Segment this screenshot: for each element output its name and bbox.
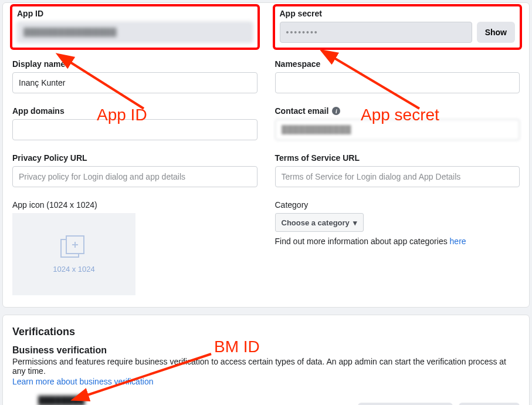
app-icon-uploader[interactable]: 1024 x 1024 — [12, 213, 135, 295]
category-dropdown[interactable]: Choose a category ▾ — [275, 213, 364, 232]
remove-button[interactable]: Remove — [459, 403, 520, 406]
business-name: ████████ — [38, 396, 149, 405]
basic-settings-card: App ID App secret Show Display name Name… — [2, 2, 530, 308]
business-verification-heading: Business verification — [12, 345, 520, 356]
namespace-field[interactable] — [275, 72, 520, 93]
info-icon: i — [332, 107, 340, 115]
app-secret-highlight: App secret Show — [273, 4, 523, 50]
privacy-policy-field[interactable] — [12, 166, 257, 187]
app-secret-label: App secret — [280, 9, 516, 18]
namespace-label: Namespace — [275, 59, 520, 69]
privacy-policy-label: Privacy Policy URL — [12, 153, 257, 163]
verifications-card: Verifications Business verification Perm… — [2, 315, 530, 405]
app-icon-placeholder-text: 1024 x 1024 — [53, 265, 95, 274]
display-name-field[interactable] — [12, 72, 257, 93]
display-name-label: Display name — [12, 59, 257, 69]
app-domains-field[interactable] — [12, 119, 257, 140]
contact-email-label: Contact email i — [275, 106, 520, 116]
category-helper-link[interactable]: here — [450, 237, 466, 246]
image-placeholder-icon — [60, 235, 87, 259]
category-helper-text: Find out more information about app cate… — [275, 237, 450, 246]
start-verification-button[interactable]: Start Verification — [358, 403, 452, 406]
app-id-label: App ID — [17, 9, 253, 18]
app-id-highlight: App ID — [10, 4, 260, 50]
verifications-heading: Verifications — [12, 326, 520, 338]
contact-email-field[interactable] — [275, 119, 520, 140]
show-secret-button[interactable]: Show — [477, 22, 515, 43]
business-verification-desc: Permissions and features require busines… — [12, 357, 520, 376]
category-helper: Find out more information about app cate… — [275, 237, 520, 246]
app-domains-label: App domains — [12, 106, 257, 116]
tos-label: Terms of Service URL — [275, 153, 520, 163]
tos-field[interactable] — [275, 166, 520, 187]
chevron-down-icon: ▾ — [353, 218, 357, 227]
category-dropdown-label: Choose a category — [282, 218, 350, 227]
category-label: Category — [275, 200, 520, 210]
app-icon-label: App icon (1024 x 1024) — [12, 200, 257, 210]
contact-email-label-text: Contact email — [275, 106, 329, 116]
app-secret-field[interactable] — [280, 22, 472, 43]
app-id-field[interactable] — [17, 22, 253, 43]
learn-more-link[interactable]: Learn more about business verification — [12, 377, 153, 386]
